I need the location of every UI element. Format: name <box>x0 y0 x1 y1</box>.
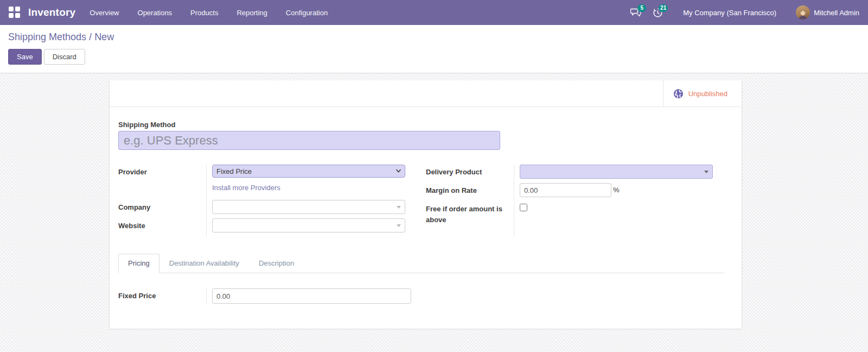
free-if-above-checkbox[interactable] <box>520 204 527 211</box>
user-name: Mitchell Admin <box>814 9 859 17</box>
breadcrumb-shipping-methods[interactable]: Shipping Methods <box>8 32 86 42</box>
apps-grid-icon[interactable] <box>9 7 21 18</box>
right-field-group: Delivery Product Margin on Rate % <box>426 165 713 237</box>
breadcrumb-separator: / <box>86 32 94 42</box>
margin-on-rate-row: Margin on Rate % <box>426 183 713 197</box>
breadcrumb: Shipping Methods / New <box>8 32 860 43</box>
provider-label: Provider <box>118 165 206 178</box>
menu-overview[interactable]: Overview <box>90 9 119 17</box>
free-if-above-label: Free if order amount is above <box>426 202 514 225</box>
delivery-product-input[interactable] <box>520 165 713 179</box>
discard-button[interactable]: Discard <box>44 49 85 65</box>
breadcrumb-current: New <box>94 32 114 42</box>
user-avatar <box>796 5 810 20</box>
provider-row: Provider Fixed Price <box>118 165 405 178</box>
install-more-providers-link[interactable]: Install more Providers <box>212 184 280 192</box>
company-row: Company <box>118 200 405 214</box>
fixed-price-row: Fixed Price <box>118 288 405 304</box>
percent-suffix: % <box>613 183 620 194</box>
top-navbar: Inventory Overview Operations Products R… <box>0 0 868 25</box>
margin-on-rate-input[interactable] <box>520 183 611 197</box>
form-view-background: Unpublished Shipping Method Provider <box>0 73 868 352</box>
company-input[interactable] <box>212 200 405 214</box>
user-menu[interactable]: Mitchell Admin <box>796 5 859 20</box>
activities-badge: 21 <box>659 4 668 12</box>
shipping-method-label: Shipping Method <box>118 121 733 129</box>
pricing-tab-pane: Fixed Price <box>118 273 733 304</box>
control-panel: Shipping Methods / New Save Discard <box>0 25 868 73</box>
delivery-product-label: Delivery Product <box>426 165 514 179</box>
left-field-group: Provider Fixed Price <box>118 165 405 237</box>
install-providers-row: Install more Providers <box>118 182 405 196</box>
form-sheet: Shipping Method Provider Fixed Price <box>110 107 742 304</box>
notebook-tabs: Pricing Destination Availability Descrip… <box>118 253 724 273</box>
company-switcher[interactable]: My Company (San Francisco) <box>683 9 776 17</box>
pricing-field-group: Fixed Price <box>118 288 405 304</box>
delivery-product-row: Delivery Product <box>426 165 713 179</box>
menu-reporting[interactable]: Reporting <box>237 9 267 17</box>
field-groups: Provider Fixed Price <box>118 165 733 237</box>
website-publish-toggle[interactable]: Unpublished <box>663 80 742 106</box>
provider-select[interactable]: Fixed Price <box>212 165 405 178</box>
margin-on-rate-label: Margin on Rate <box>426 183 514 197</box>
shipping-method-name-block: Shipping Method <box>118 121 733 150</box>
company-label: Company <box>118 200 206 214</box>
activities-button[interactable]: 21 <box>649 4 666 21</box>
fixed-price-label: Fixed Price <box>118 288 206 304</box>
navbar-right: 5 21 My Company (San Francisco) Mitchell… <box>628 4 859 21</box>
menu-configuration[interactable]: Configuration <box>286 9 328 17</box>
messages-button[interactable]: 5 <box>628 4 644 21</box>
app-title[interactable]: Inventory <box>28 7 75 18</box>
form-status-bar: Unpublished <box>110 80 742 107</box>
fixed-price-input[interactable] <box>212 288 411 304</box>
website-label: Website <box>118 218 206 232</box>
globe-icon <box>673 89 684 99</box>
tab-pricing[interactable]: Pricing <box>118 254 159 273</box>
menu-operations[interactable]: Operations <box>138 9 173 17</box>
tab-destination-availability[interactable]: Destination Availability <box>159 254 249 273</box>
shipping-method-input[interactable] <box>118 131 500 150</box>
menu-products[interactable]: Products <box>190 9 218 17</box>
website-input[interactable] <box>212 218 405 232</box>
save-button[interactable]: Save <box>8 49 42 65</box>
tab-description[interactable]: Description <box>249 254 304 273</box>
main-menu: Overview Operations Products Reporting C… <box>90 9 328 17</box>
messages-badge: 5 <box>637 4 646 12</box>
shipping-method-form-card: Unpublished Shipping Method Provider <box>109 80 742 329</box>
publish-status-label: Unpublished <box>688 90 727 98</box>
action-buttons: Save Discard <box>8 49 860 65</box>
free-if-above-row: Free if order amount is above <box>426 202 713 225</box>
website-row: Website <box>118 218 405 232</box>
